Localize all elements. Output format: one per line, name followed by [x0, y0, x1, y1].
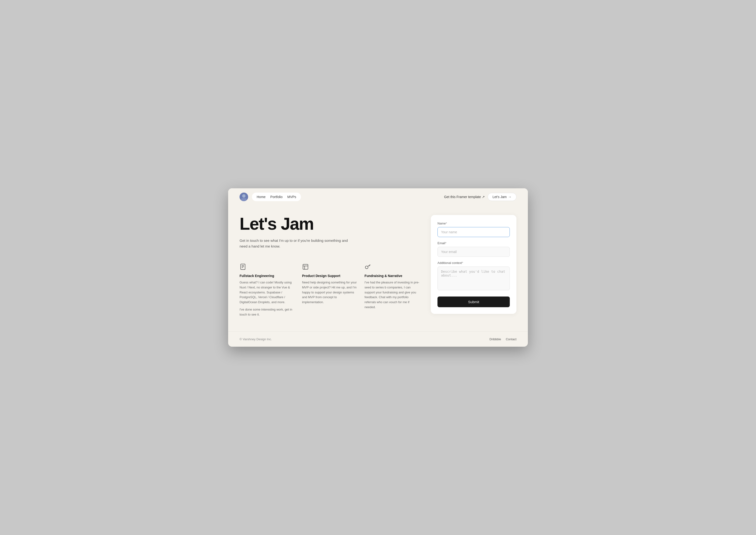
doc-icon — [240, 264, 247, 271]
service-card-product-design: Product Design Support Need help designi… — [302, 264, 357, 317]
name-label: Name* — [437, 222, 510, 225]
nav-links: Home Portfolio MVPs — [252, 193, 301, 201]
service-title-fundraising: Fundraising & Narrative — [364, 274, 420, 278]
lets-jam-label: Let's Jam — [493, 195, 507, 199]
nav-left: Home Portfolio MVPs — [240, 193, 301, 201]
service-description-fullstack: Guess what? I can code! Mostly using Nux… — [240, 280, 295, 317]
service-card-fullstack: Fullstack Engineering Guess what? I can … — [240, 264, 295, 317]
service-title-fullstack: Fullstack Engineering — [240, 274, 295, 278]
form-group-email: Email* — [437, 241, 510, 257]
avatar — [240, 193, 248, 201]
key-icon — [364, 264, 372, 271]
footer: © Varshney Design Inc. Dribbble Contact — [228, 331, 528, 347]
arrow-right-icon: → — [508, 195, 511, 199]
right-section: Name* Email* Additional context* — [431, 215, 516, 314]
svg-rect-3 — [241, 264, 245, 269]
form-group-context: Additional context* — [437, 261, 510, 291]
template-button[interactable]: Get this Framer template ↗ — [444, 195, 485, 199]
context-label: Additional context* — [437, 261, 510, 265]
contact-form: Name* Email* Additional context* — [431, 215, 516, 314]
nav-link-portfolio[interactable]: Portfolio — [269, 194, 283, 199]
lets-jam-button[interactable]: Let's Jam → — [488, 193, 516, 201]
email-label: Email* — [437, 241, 510, 245]
navbar: Home Portfolio MVPs Get this Framer temp… — [228, 188, 528, 206]
hero-title: Let's Jam — [240, 215, 420, 233]
context-textarea[interactable] — [437, 267, 510, 290]
footer-link-dribbble[interactable]: Dribbble — [490, 337, 501, 341]
service-card-fundraising: Fundraising & Narrative I've had the ple… — [364, 264, 420, 317]
template-button-label: Get this Framer template — [444, 195, 481, 199]
email-input[interactable] — [437, 247, 510, 257]
service-description-product-design: Need help designing something for your M… — [302, 280, 357, 305]
layout-icon — [302, 264, 310, 271]
footer-link-contact[interactable]: Contact — [506, 337, 516, 341]
external-link-icon: ↗ — [482, 195, 485, 199]
service-description-fundraising: I've had the pleasure of investing in pr… — [364, 280, 420, 310]
submit-button-label: Submit — [468, 300, 480, 304]
footer-links: Dribbble Contact — [490, 337, 516, 341]
left-section: Let's Jam Get in touch to see what I'm u… — [240, 215, 420, 317]
main-content: Let's Jam Get in touch to see what I'm u… — [228, 206, 528, 331]
name-input[interactable] — [437, 227, 510, 237]
hero-subtitle: Get in touch to see what I'm up to or if… — [240, 238, 349, 249]
browser-frame: Home Portfolio MVPs Get this Framer temp… — [228, 188, 528, 347]
nav-right: Get this Framer template ↗ Let's Jam → — [444, 193, 516, 201]
svg-point-10 — [365, 266, 368, 269]
nav-link-mvps[interactable]: MVPs — [286, 194, 297, 199]
submit-button[interactable]: Submit — [437, 296, 510, 307]
service-title-product-design: Product Design Support — [302, 274, 357, 278]
svg-point-1 — [242, 194, 246, 198]
svg-rect-7 — [303, 265, 308, 269]
nav-link-home[interactable]: Home — [256, 194, 266, 199]
footer-copyright: © Varshney Design Inc. — [240, 337, 272, 341]
services-grid: Fullstack Engineering Guess what? I can … — [240, 264, 420, 317]
form-group-name: Name* — [437, 222, 510, 237]
